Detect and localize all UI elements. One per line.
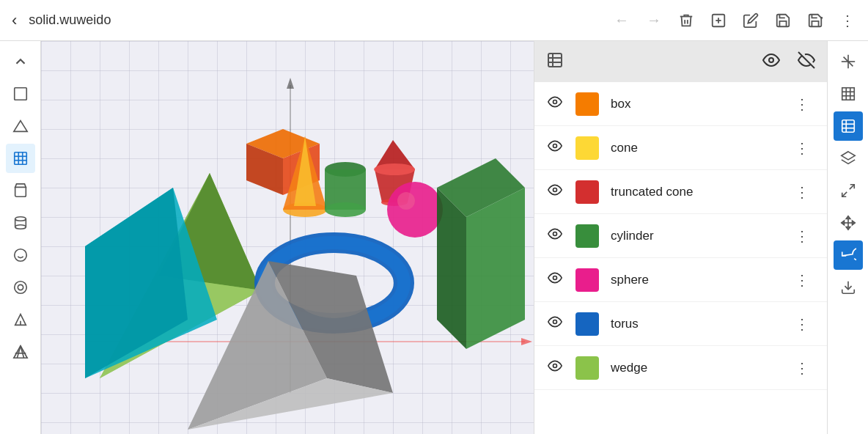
svg-rect-74 <box>842 88 854 100</box>
delete-button[interactable] <box>672 6 701 35</box>
svg-marker-6 <box>13 121 26 132</box>
top-bar: ‹ solid.wuweido ← → ⋮ <box>0 0 868 41</box>
add-button[interactable] <box>704 6 733 35</box>
color-swatch-wedge <box>575 356 599 380</box>
save-as-button[interactable] <box>801 6 830 35</box>
svg-marker-28 <box>521 338 532 345</box>
svg-point-45 <box>374 163 415 175</box>
panel-header <box>534 41 827 82</box>
sidebar-prism-icon[interactable] <box>6 337 35 367</box>
rs-move-icon[interactable] <box>834 208 863 238</box>
rs-expand-icon[interactable] <box>834 176 863 205</box>
svg-point-12 <box>15 217 26 221</box>
list-item-box: box ⋮ <box>534 82 827 126</box>
list-item-cone: cone ⋮ <box>534 126 827 170</box>
color-swatch-torus <box>575 312 599 336</box>
right-sidebar <box>827 41 868 434</box>
item-more-torus[interactable]: ⋮ <box>789 312 815 336</box>
svg-point-17 <box>14 282 26 294</box>
item-label-cylinder: cylinder <box>611 229 777 243</box>
visibility-toggle-torus[interactable] <box>546 315 564 333</box>
visibility-toggle-truncated_cone[interactable] <box>546 183 564 201</box>
svg-rect-58 <box>548 54 562 67</box>
item-label-box: box <box>611 97 777 111</box>
save-button[interactable] <box>768 6 798 35</box>
sidebar-arrow-icon[interactable] <box>6 305 35 334</box>
panel-object-list: box ⋮ cone ⋮ truncated cone ⋮ <box>534 82 827 434</box>
visibility-toggle-box[interactable] <box>546 95 564 113</box>
svg-point-13 <box>15 225 26 229</box>
sidebar-bucket-icon[interactable] <box>6 176 35 205</box>
toolbar: ← → ⋮ <box>607 6 862 35</box>
list-item-torus: torus ⋮ <box>534 302 827 346</box>
visibility-toggle-cone[interactable] <box>546 139 564 157</box>
item-more-box[interactable]: ⋮ <box>789 92 815 116</box>
svg-point-48 <box>397 192 415 210</box>
sidebar-cube-icon[interactable] <box>6 79 35 108</box>
svg-point-42 <box>325 202 366 217</box>
item-more-cylinder[interactable]: ⋮ <box>789 224 815 248</box>
rs-undo-icon[interactable] <box>834 240 863 270</box>
item-label-torus: torus <box>611 317 777 331</box>
svg-marker-27 <box>287 78 294 89</box>
hide-all-button[interactable] <box>798 51 815 73</box>
viewport-svg <box>41 41 534 434</box>
sidebar-ring-icon[interactable] <box>6 273 35 302</box>
rs-axis-icon[interactable] <box>834 47 863 76</box>
svg-rect-79 <box>842 120 854 133</box>
svg-rect-5 <box>14 88 26 100</box>
rs-wireframe-icon[interactable] <box>834 79 863 108</box>
item-label-cone: cone <box>611 141 777 155</box>
sidebar-solid-icon[interactable] <box>6 144 35 173</box>
left-sidebar <box>0 41 41 434</box>
rs-layers-icon[interactable] <box>834 111 863 141</box>
list-item-sphere: sphere ⋮ <box>534 258 827 302</box>
list-item-truncated_cone: truncated cone ⋮ <box>534 170 827 214</box>
item-more-cone[interactable]: ⋮ <box>789 136 815 160</box>
svg-marker-83 <box>841 152 854 160</box>
rs-download-icon[interactable] <box>834 273 863 302</box>
color-swatch-cone <box>575 136 599 160</box>
color-swatch-cylinder <box>575 224 599 248</box>
list-item-wedge: wedge ⋮ <box>534 346 827 390</box>
item-label-sphere: sphere <box>611 273 777 287</box>
svg-point-47 <box>387 182 443 238</box>
visibility-toggle-wedge[interactable] <box>546 358 564 377</box>
sidebar-collapse-button[interactable] <box>6 47 35 76</box>
svg-point-69 <box>553 320 557 324</box>
show-all-button[interactable] <box>762 51 780 73</box>
svg-point-62 <box>769 58 773 62</box>
item-label-wedge: wedge <box>611 361 777 375</box>
sidebar-cylinder-icon[interactable] <box>6 208 35 238</box>
svg-point-66 <box>553 188 557 192</box>
svg-point-65 <box>553 144 557 148</box>
svg-point-67 <box>553 232 557 236</box>
item-more-wedge[interactable]: ⋮ <box>789 356 815 380</box>
back-button[interactable]: ‹ <box>6 5 23 36</box>
visibility-toggle-cylinder[interactable] <box>546 227 564 245</box>
object-panel: box ⋮ cone ⋮ truncated cone ⋮ <box>534 41 827 434</box>
item-more-truncated_cone[interactable]: ⋮ <box>789 180 815 204</box>
more-menu-button[interactable]: ⋮ <box>833 6 862 35</box>
color-swatch-truncated_cone <box>575 180 599 204</box>
svg-point-68 <box>553 276 557 280</box>
item-more-sphere[interactable]: ⋮ <box>789 268 815 292</box>
sidebar-face-icon[interactable] <box>6 240 35 270</box>
file-title: solid.wuweido <box>29 12 601 28</box>
visibility-toggle-sphere[interactable] <box>546 271 564 289</box>
list-item-cylinder: cylinder ⋮ <box>534 214 827 258</box>
back-history-button[interactable]: ← <box>607 6 636 35</box>
color-swatch-sphere <box>575 268 599 292</box>
svg-point-14 <box>14 249 26 262</box>
svg-line-84 <box>849 185 853 189</box>
svg-point-70 <box>553 364 557 368</box>
sidebar-triangle-icon[interactable] <box>6 111 35 141</box>
rs-layers2-icon[interactable] <box>834 144 863 173</box>
forward-history-button[interactable]: → <box>639 6 669 35</box>
3d-viewport[interactable] <box>41 41 534 434</box>
main-content: box ⋮ cone ⋮ truncated cone ⋮ <box>0 41 868 434</box>
svg-line-85 <box>842 192 846 196</box>
edit-button[interactable] <box>736 6 765 35</box>
panel-list-icon <box>546 51 564 73</box>
svg-point-64 <box>553 100 557 104</box>
